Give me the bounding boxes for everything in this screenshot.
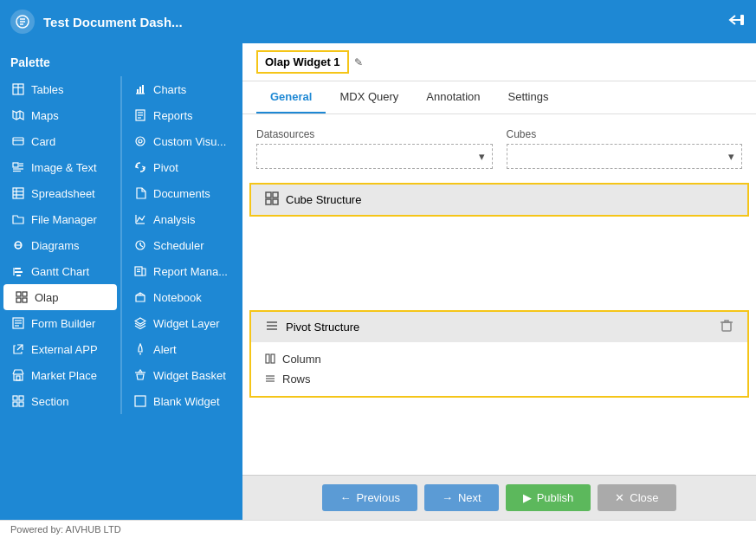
sidebar-label-market-place: Market Place bbox=[31, 369, 97, 382]
palette-sidebar: Palette TablesMapsCardImage & TextSpread… bbox=[0, 43, 242, 520]
pivot-structure-section: Pivot Structure ColumnRows bbox=[249, 310, 749, 398]
sidebar-item-custom-visu[interactable]: Custom Visu... bbox=[122, 128, 242, 154]
sidebar-label-scheduler: Scheduler bbox=[153, 239, 204, 252]
svg-rect-69 bbox=[722, 322, 731, 331]
sidebar-item-image-text[interactable]: Image & Text bbox=[0, 154, 120, 180]
svg-rect-35 bbox=[16, 376, 20, 380]
svg-rect-26 bbox=[23, 292, 27, 296]
sidebar-item-widget-basket[interactable]: Widget Basket bbox=[122, 362, 242, 388]
tab-general[interactable]: General bbox=[256, 81, 326, 113]
sidebar-item-spreadsheet[interactable]: Spreadsheet bbox=[0, 180, 120, 206]
olap-icon bbox=[14, 289, 29, 305]
tab-annotation[interactable]: Annotation bbox=[412, 81, 494, 113]
pivot-header-left: Pivot Structure bbox=[265, 319, 359, 335]
datasources-label: Datasources bbox=[256, 128, 493, 140]
sidebar-item-tables[interactable]: Tables bbox=[0, 76, 120, 102]
svg-rect-64 bbox=[266, 199, 271, 204]
header-doc-icon bbox=[10, 10, 35, 34]
sidebar-col-1: TablesMapsCardImage & TextSpreadsheetFil… bbox=[0, 76, 120, 414]
pivot-item-label-column: Column bbox=[282, 353, 321, 366]
prev-button[interactable]: ← Previous bbox=[322, 484, 417, 511]
tab-bar: GeneralMDX QueryAnnotationSettings bbox=[242, 81, 756, 114]
sidebar-item-scheduler[interactable]: Scheduler bbox=[122, 232, 242, 258]
next-button[interactable]: → Next bbox=[424, 484, 499, 511]
market-place-icon bbox=[10, 367, 26, 383]
publish-label: Publish bbox=[537, 491, 574, 504]
sidebar-label-alert: Alert bbox=[153, 343, 177, 356]
cubes-select[interactable]: ▾ bbox=[507, 144, 743, 169]
empty-space bbox=[242, 405, 756, 457]
publish-button[interactable]: ▶ Publish bbox=[506, 484, 591, 511]
svg-rect-24 bbox=[16, 275, 21, 276]
sidebar-item-reports[interactable]: Reports bbox=[122, 102, 242, 128]
sidebar-item-alert[interactable]: Alert bbox=[122, 336, 242, 362]
sidebar-label-gantt-chart: Gantt Chart bbox=[31, 265, 89, 278]
close-button[interactable]: ✕ Close bbox=[598, 484, 675, 511]
sidebar-label-image-text: Image & Text bbox=[31, 161, 97, 174]
next-label: Next bbox=[458, 491, 481, 504]
back-button[interactable] bbox=[728, 11, 746, 33]
svg-rect-25 bbox=[16, 292, 21, 296]
sidebar-item-blank-widget[interactable]: Blank Widget bbox=[122, 388, 242, 414]
sidebar-item-maps[interactable]: Maps bbox=[0, 102, 120, 128]
tab-settings[interactable]: Settings bbox=[494, 81, 563, 113]
gantt-chart-icon bbox=[10, 263, 26, 279]
sidebar-label-section: Section bbox=[31, 395, 68, 408]
sidebar-item-analysis[interactable]: Analysis bbox=[122, 206, 242, 232]
sidebar-item-form-builder[interactable]: Form Builder bbox=[0, 310, 120, 336]
sidebar-item-card[interactable]: Card bbox=[0, 128, 120, 154]
app-header: Test Document Dash... bbox=[0, 0, 756, 43]
pivot-delete-icon[interactable] bbox=[720, 319, 733, 335]
spreadsheet-icon bbox=[10, 185, 26, 201]
publish-icon: ▶ bbox=[523, 491, 532, 504]
file-manager-icon bbox=[10, 211, 26, 227]
sidebar-item-file-manager[interactable]: File Manager bbox=[0, 206, 120, 232]
cube-area bbox=[242, 217, 756, 303]
cube-structure-header[interactable]: Cube Structure bbox=[249, 183, 749, 217]
cubes-group: Cubes ▾ bbox=[507, 128, 743, 169]
svg-point-60 bbox=[139, 353, 141, 355]
palette-title: Palette bbox=[0, 50, 242, 76]
sidebar-columns: TablesMapsCardImage & TextSpreadsheetFil… bbox=[0, 76, 242, 414]
svg-rect-27 bbox=[16, 298, 21, 302]
sidebar-item-external-app[interactable]: External APP bbox=[0, 336, 120, 362]
sidebar-item-gantt-chart[interactable]: Gantt Chart bbox=[0, 258, 120, 284]
sidebar-label-documents: Documents bbox=[153, 187, 210, 200]
sidebar-label-file-manager: File Manager bbox=[31, 213, 97, 226]
pivot-structure-label: Pivot Structure bbox=[286, 321, 359, 334]
sidebar-item-pivot[interactable]: Pivot bbox=[122, 154, 242, 180]
sidebar-item-widget-layer[interactable]: Widget Layer bbox=[122, 310, 242, 336]
svg-rect-28 bbox=[23, 298, 27, 302]
close-label: Close bbox=[630, 491, 658, 504]
sidebar-label-report-mana: Report Mana... bbox=[153, 265, 228, 278]
svg-rect-34 bbox=[14, 374, 23, 380]
documents-icon bbox=[132, 185, 148, 201]
sidebar-label-diagrams: Diagrams bbox=[31, 239, 80, 252]
widget-edit-icon[interactable]: ✎ bbox=[354, 56, 363, 68]
sidebar-label-olap: Olap bbox=[35, 291, 58, 304]
svg-rect-72 bbox=[271, 354, 275, 363]
svg-rect-38 bbox=[13, 402, 17, 406]
pivot-structure-header[interactable]: Pivot Structure bbox=[251, 312, 747, 342]
svg-rect-61 bbox=[135, 396, 145, 406]
cube-structure-icon bbox=[265, 191, 279, 208]
sidebar-item-market-place[interactable]: Market Place bbox=[0, 362, 120, 388]
datasources-select[interactable]: ▾ bbox=[256, 144, 493, 169]
sidebar-label-spreadsheet: Spreadsheet bbox=[31, 187, 95, 200]
sidebar-item-documents[interactable]: Documents bbox=[122, 180, 242, 206]
sidebar-item-olap[interactable]: Olap bbox=[3, 284, 117, 310]
panel-content: Datasources ▾ Cubes ▾ bbox=[242, 114, 756, 475]
sidebar-item-section[interactable]: Section bbox=[0, 388, 120, 414]
tab-mdx-query[interactable]: MDX Query bbox=[326, 81, 412, 113]
blank-widget-icon bbox=[132, 393, 148, 409]
sidebar-label-pivot: Pivot bbox=[153, 161, 178, 174]
card-icon bbox=[10, 133, 26, 149]
sidebar-label-widget-basket: Widget Basket bbox=[153, 369, 226, 382]
sidebar-item-charts[interactable]: Charts bbox=[122, 76, 242, 102]
powered-by: Powered by: AIVHUB LTD bbox=[0, 520, 756, 538]
svg-rect-42 bbox=[139, 87, 141, 94]
pivot-items: ColumnRows bbox=[251, 342, 747, 396]
sidebar-item-diagrams[interactable]: Diagrams bbox=[0, 232, 120, 258]
sidebar-item-report-mana[interactable]: Report Mana... bbox=[122, 258, 242, 284]
sidebar-item-notebook[interactable]: Notebook bbox=[122, 284, 242, 310]
